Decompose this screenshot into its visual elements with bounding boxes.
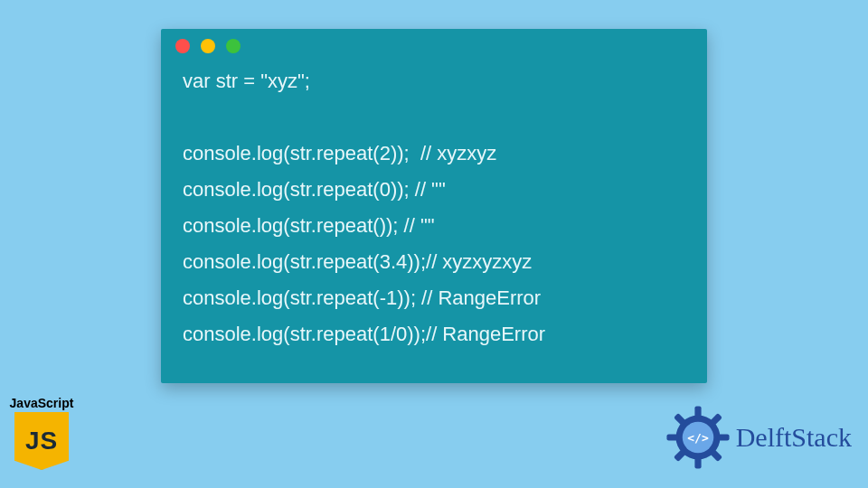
code-block: var str = "xyz"; console.log(str.repeat(… xyxy=(161,63,707,371)
javascript-logo-text: JS xyxy=(25,427,58,455)
svg-rect-3 xyxy=(666,434,678,440)
svg-rect-4 xyxy=(717,434,729,440)
javascript-label: JavaScript xyxy=(4,396,80,410)
maximize-dot-icon xyxy=(226,39,241,53)
close-dot-icon xyxy=(175,39,190,53)
javascript-logo-icon: JS xyxy=(14,412,69,470)
svg-rect-2 xyxy=(694,457,701,469)
svg-rect-1 xyxy=(694,406,701,418)
delftstack-brand: </> DelftStack xyxy=(665,405,852,470)
minimize-dot-icon xyxy=(201,39,215,53)
svg-text:</>: </> xyxy=(687,431,709,445)
delftstack-logo-icon: </> xyxy=(665,405,731,470)
code-window: var str = "xyz"; console.log(str.repeat(… xyxy=(161,29,707,383)
delftstack-brand-text: DelftStack xyxy=(736,422,852,453)
window-titlebar xyxy=(161,29,707,63)
javascript-badge: JavaScript JS xyxy=(4,396,80,470)
